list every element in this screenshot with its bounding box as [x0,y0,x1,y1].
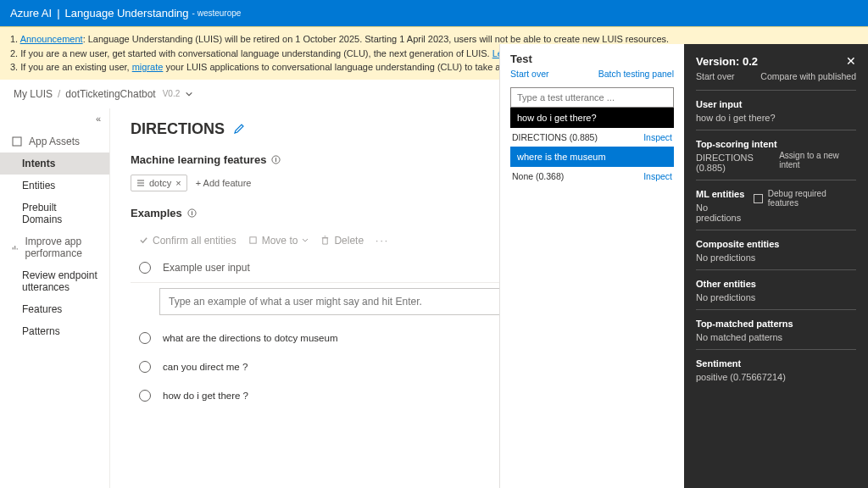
inspect-link[interactable]: Inspect [643,171,672,181]
patterns-value: No matched patterns [696,332,856,342]
sentiment-heading: Sentiment [696,358,856,369]
user-input-value: how do i get there? [696,113,856,123]
test-result-row: None (0.368) Inspect [510,167,674,186]
sidebar-section-app-assets: App Assets [0,130,109,152]
test-typed-utterance[interactable]: how do i get there? [510,108,674,128]
test-panel: Test Start over Batch testing panel how … [499,44,684,488]
test-result-row: DIRECTIONS (0.885) Inspect [510,128,674,147]
test-utterance-input[interactable] [510,87,674,108]
announcement-link[interactable]: Announcement [20,34,83,44]
collapse-sidebar-button[interactable]: « [0,112,109,130]
close-icon[interactable]: ✕ [846,54,856,68]
migrate-link[interactable]: migrate [132,62,164,72]
checkbox-icon [754,194,763,203]
composite-entities-value: No predictions [696,252,856,263]
other-entities-value: No predictions [696,292,856,302]
sidebar-item-intents[interactable]: Intents [0,152,109,175]
svg-rect-0 [13,137,21,146]
row-select-radio[interactable] [139,361,151,373]
sidebar-item-patterns[interactable]: Patterns [0,320,109,342]
test-panel-title: Test [510,53,674,65]
debug-features-checkbox[interactable]: Debug required features [754,189,856,208]
test-selected-utterance[interactable]: where is the museum [510,147,674,167]
check-icon [139,236,148,245]
compare-published-link[interactable]: Compare with published [760,71,856,81]
svg-text:i: i [191,209,192,217]
add-feature-button[interactable]: + Add feature [196,178,252,188]
chevron-down-icon[interactable] [185,90,193,98]
sidebar-section-improve: Improve app performance [0,230,109,264]
sidebar-item-prebuilt-domains[interactable]: Prebuilt Domains [0,197,109,230]
breadcrumb-app[interactable]: dotTicketingChatbot [65,88,155,100]
top-intent-heading: Top-scoring intent [696,139,779,149]
improve-icon [12,242,18,252]
move-icon [248,236,258,245]
product-text: Language Understanding [65,7,189,19]
inspect-link[interactable]: Inspect [643,132,672,142]
more-button[interactable]: ··· [376,235,389,247]
patterns-heading: Top-matched patterns [696,319,856,329]
info-icon[interactable]: i [271,155,281,164]
assign-intent-link[interactable]: Assign to a new intent [779,151,856,169]
info-icon[interactable]: i [187,208,197,218]
sidebar-item-review-utterances[interactable]: Review endpoint utterances [0,264,109,298]
move-to-button[interactable]: Move to [248,235,309,247]
row-select-radio[interactable] [139,332,151,344]
region-text: - westeurope [192,8,242,18]
top-banner: Azure AI | Language Understanding - west… [0,0,868,26]
sentiment-value: positive (0.75667214) [696,372,856,382]
user-input-heading: User input [696,99,856,109]
ml-entities-value: No predictions [696,202,754,223]
inspection-title: Version: 0.2 [696,55,758,68]
examples-header-label: Example user input [163,262,250,274]
remove-chip-icon[interactable]: × [175,178,181,188]
inspection-panel: Version: 0.2 ✕ Start over Compare with p… [684,44,868,488]
brand-text: Azure AI [10,7,52,19]
chevron-down-icon [302,237,309,244]
sidebar-item-features[interactable]: Features [0,298,109,320]
trash-icon [320,236,330,245]
batch-testing-link[interactable]: Batch testing panel [598,69,674,79]
confirm-all-button[interactable]: Confirm all entities [139,235,236,247]
sidebar: « App Assets Intents Entities Prebuilt D… [0,108,110,489]
detail-start-over-link[interactable]: Start over [696,71,735,81]
assets-icon [12,136,22,147]
svg-text:i: i [275,156,277,164]
row-select-radio[interactable] [139,390,151,402]
breadcrumb-version: V0.2 [163,89,181,98]
breadcrumb-root[interactable]: My LUIS [14,88,53,100]
sidebar-item-entities[interactable]: Entities [0,175,109,197]
list-icon [136,179,145,187]
top-intent-value: DIRECTIONS (0.885) [696,152,779,173]
ml-entities-heading: ML entities [696,189,754,199]
start-over-link[interactable]: Start over [510,69,549,79]
feature-chip-dotcy[interactable]: dotcy × [131,175,187,191]
other-entities-heading: Other entities [696,279,856,289]
svg-rect-5 [250,237,256,243]
select-all-radio[interactable] [139,262,151,274]
delete-button[interactable]: Delete [320,235,364,247]
edit-icon[interactable] [233,123,245,135]
composite-entities-heading: Composite entities [696,239,856,249]
